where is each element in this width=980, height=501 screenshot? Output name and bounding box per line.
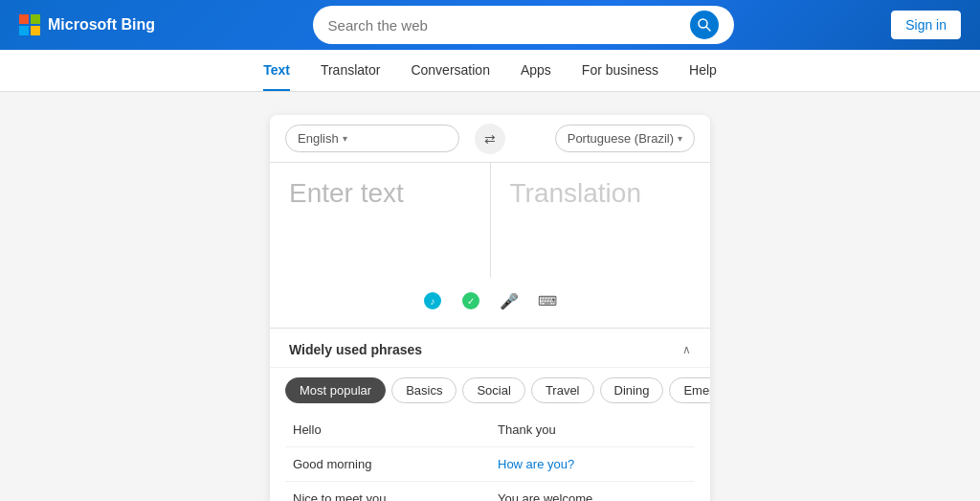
source-language-dropdown[interactable]: English ▾	[285, 125, 459, 152]
categories-row: Most popular Basics Social Travel Dining…	[270, 368, 710, 413]
source-lang-container: English ▾	[270, 115, 475, 162]
keyboard-button[interactable]: ⌨	[532, 285, 563, 316]
target-lang-container: Portuguese (Brazil) ▾	[505, 115, 710, 162]
output-side: Translation	[491, 163, 711, 278]
svg-rect-1	[31, 14, 40, 24]
nav-item-apps[interactable]: Apps	[521, 51, 551, 91]
nav-item-conversation[interactable]: Conversation	[411, 51, 490, 91]
signin-button[interactable]: Sign in	[891, 11, 961, 39]
category-most-popular[interactable]: Most popular	[285, 377, 386, 403]
search-button[interactable]	[690, 11, 719, 39]
category-travel[interactable]: Travel	[531, 377, 594, 403]
phrase-item[interactable]: Thank you	[490, 413, 695, 447]
nav-item-forbusiness[interactable]: For business	[582, 51, 658, 91]
keyboard-icon: ⌨	[538, 293, 557, 308]
enter-text-placeholder[interactable]: Enter text	[289, 178, 471, 209]
phrases-section: Widely used phrases ∧ Most popular Basic…	[270, 329, 710, 501]
center-controls: ♪ ✓ 🎤 ⌨	[270, 278, 710, 329]
search-bar	[313, 6, 734, 44]
source-lang-label: English	[298, 131, 339, 146]
bing-logo-icon	[19, 14, 40, 35]
copy-button[interactable]: ✓	[456, 285, 486, 316]
svg-rect-0	[19, 14, 29, 24]
search-bar-container	[170, 6, 876, 44]
microphone-button[interactable]: 🎤	[494, 285, 524, 316]
nav-item-text[interactable]: Text	[263, 51, 290, 91]
input-side: Enter text	[270, 163, 491, 278]
phrases-title: Widely used phrases	[289, 342, 422, 357]
category-social[interactable]: Social	[462, 377, 524, 403]
target-lang-arrow-icon: ▾	[678, 133, 682, 144]
speaker-button[interactable]: ♪	[417, 285, 448, 316]
svg-rect-3	[31, 26, 40, 35]
language-selectors: English ▾ ⇄ Portuguese (Brazil) ▾	[270, 115, 710, 163]
main-content: English ▾ ⇄ Portuguese (Brazil) ▾ Enter …	[0, 92, 980, 501]
phrase-item[interactable]: Good morning	[285, 447, 490, 482]
category-basics[interactable]: Basics	[391, 377, 457, 403]
category-emergency[interactable]: Emergency	[669, 377, 710, 403]
logo-text: Microsoft Bing	[48, 16, 155, 34]
translation-placeholder: Translation	[510, 178, 692, 209]
phrases-list: Hello Thank you Good morning How are you…	[270, 413, 710, 501]
collapse-phrases-button[interactable]: ∧	[682, 343, 691, 356]
search-input[interactable]	[328, 17, 682, 34]
category-dining[interactable]: Dining	[600, 377, 664, 403]
svg-rect-2	[19, 26, 29, 35]
phrase-item[interactable]: Hello	[285, 413, 490, 447]
logo-area: Microsoft Bing	[19, 14, 155, 35]
swap-icon: ⇄	[484, 131, 496, 147]
target-language-dropdown[interactable]: Portuguese (Brazil) ▾	[555, 125, 695, 152]
text-areas: Enter text Translation	[270, 163, 710, 278]
translator-card: English ▾ ⇄ Portuguese (Brazil) ▾ Enter …	[270, 115, 710, 501]
nav-item-translator[interactable]: Translator	[321, 51, 381, 91]
header: Microsoft Bing Sign in	[0, 0, 980, 50]
source-lang-arrow-icon: ▾	[343, 133, 347, 144]
microphone-icon: 🎤	[500, 292, 519, 310]
search-icon	[698, 18, 711, 32]
phrase-item[interactable]: How are you?	[490, 447, 695, 482]
phrases-header: Widely used phrases ∧	[270, 329, 710, 368]
svg-line-5	[706, 27, 710, 31]
nav-item-help[interactable]: Help	[689, 51, 717, 91]
swap-languages-button[interactable]: ⇄	[475, 124, 505, 154]
phrase-item[interactable]: Nice to meet you	[285, 482, 490, 501]
copy-icon: ✓	[462, 292, 479, 309]
phrase-item[interactable]: You are welcome	[490, 482, 695, 501]
main-nav: Text Translator Conversation Apps For bu…	[0, 50, 980, 92]
target-lang-label: Portuguese (Brazil)	[568, 131, 674, 146]
speaker-icon: ♪	[424, 292, 441, 309]
